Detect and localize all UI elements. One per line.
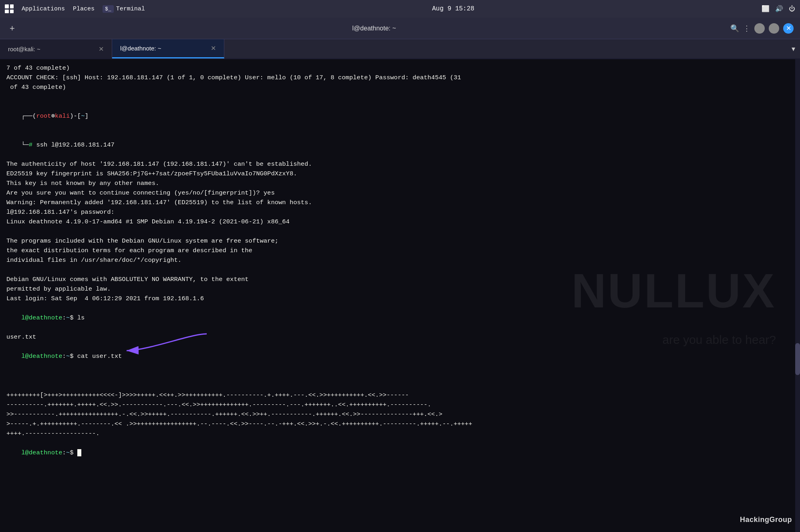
- scrollbar[interactable]: [795, 59, 800, 532]
- tab-root-kali[interactable]: root@kali: ~ ✕: [0, 39, 112, 58]
- terminal-line-2: ACCOUNT CHECK: [ssh] Host: 192.168.181.1…: [6, 73, 794, 82]
- terminal-line-3: of 43 complete): [6, 82, 794, 92]
- terminal-prompt-line: ┌──(root⊗kali)-[~]: [6, 102, 794, 130]
- terminal-blank3: [6, 265, 794, 275]
- terminal-line-lastlogin: Last login: Sat Sep 4 06:12:29 2021 from…: [6, 294, 794, 303]
- terminal-menu[interactable]: $_ Terminal: [103, 5, 145, 13]
- terminal-cursor: [77, 449, 81, 456]
- terminal-bf-line2: ----------.+++++++.+++++.<<.>>.---------…: [6, 400, 794, 410]
- terminal-line-auth4: Are you sure you want to continue connec…: [6, 188, 794, 198]
- terminal-user-txt: user.txt: [6, 332, 794, 342]
- terminal-line-programs1: The programs included with the Debian GN…: [6, 236, 794, 246]
- terminal-line-programs3: individual files in /usr/share/doc/*/cop…: [6, 255, 794, 265]
- places-menu[interactable]: Places: [73, 6, 95, 12]
- terminal-ls-cmd: l@deathnote:~$ ls: [6, 303, 794, 332]
- tab-dropdown-button[interactable]: ▾: [787, 39, 800, 58]
- system-bar-left: Applications Places $_ Terminal: [5, 4, 145, 13]
- terminal-cat-cmd: l@deathnote:~$ cat user.txt: [6, 342, 794, 390]
- add-tab-button[interactable]: +: [6, 22, 18, 35]
- power-icon[interactable]: ⏻: [789, 5, 795, 13]
- tab-deathnote[interactable]: l@deathnote: ~ ✕: [112, 39, 224, 58]
- terminal-line-auth6: l@192.168.181.147's password:: [6, 207, 794, 217]
- terminal-blank2: [6, 227, 794, 236]
- menu-button[interactable]: ⋮: [743, 24, 750, 33]
- terminal-line-auth1: The authenticity of host '192.168.181.14…: [6, 159, 794, 169]
- titlebar-left: +: [6, 22, 18, 35]
- terminal-line-warranty2: permitted by applicable law.: [6, 284, 794, 294]
- terminal-line-warranty1: Debian GNU/Linux comes with ABSOLUTELY N…: [6, 275, 794, 284]
- tab-bar: root@kali: ~ ✕ l@deathnote: ~ ✕ ▾: [0, 39, 800, 59]
- terminal-bf-line3: >>-----------.++++++++++++++++.-.<<.>>++…: [6, 410, 794, 419]
- close-button[interactable]: ✕: [783, 23, 794, 34]
- titlebar-title: l@deathnote: ~: [18, 25, 730, 32]
- terminal-line-blank1: [6, 92, 794, 102]
- terminal-icon: $_: [103, 5, 114, 13]
- system-bar-right: ⬜ 🔊 ⏻: [762, 5, 795, 13]
- terminal-bf-line1: +++++++++[>+++>++++++++++<<<<-]>>>>+++++…: [6, 390, 794, 400]
- terminal-line-linux: Linux deathnote 4.19.0-17-amd64 #1 SMP D…: [6, 217, 794, 227]
- system-bar: Applications Places $_ Terminal Aug 9 15…: [0, 0, 800, 18]
- terminal-titlebar: + l@deathnote: ~ 🔍 ⋮ ✕: [0, 18, 800, 39]
- minimize-button[interactable]: [754, 23, 765, 34]
- titlebar-actions: 🔍 ⋮ ✕: [730, 23, 794, 34]
- volume-icon[interactable]: 🔊: [775, 5, 783, 13]
- tab-close-button[interactable]: ✕: [99, 45, 104, 53]
- terminal-line-auth2: ED25519 key fingerprint is SHA256:Pj7G++…: [6, 169, 794, 179]
- hacking-group-label: HackingGroup: [740, 514, 792, 526]
- tab-label: l@deathnote: ~: [120, 45, 161, 52]
- terminal-line-auth5: Warning: Permanently added '192.168.181.…: [6, 198, 794, 207]
- system-bar-datetime: Aug 9 15:28: [145, 5, 762, 12]
- app-grid-icon[interactable]: [5, 4, 14, 13]
- search-button[interactable]: 🔍: [730, 24, 739, 33]
- scrollbar-thumb[interactable]: [795, 343, 800, 375]
- terminal-line-auth3: This key is not known by any other names…: [6, 179, 794, 188]
- maximize-button[interactable]: [769, 23, 779, 34]
- monitor-icon: ⬜: [762, 5, 770, 13]
- terminal-line-programs2: the exact distribution terms for each pr…: [6, 246, 794, 255]
- terminal-bf-line4: >-----.+.++++++++++.--------.<< .>>+++++…: [6, 419, 794, 429]
- terminal-line-1: 7 of 43 complete): [6, 63, 794, 73]
- applications-menu[interactable]: Applications: [22, 6, 65, 12]
- terminal-prompt-cmd: └─# ssh l@192.168.181.147: [6, 130, 794, 159]
- terminal-content: NULLUX are you able to hear? 7 of 43 com…: [0, 59, 800, 532]
- terminal-final-prompt: l@deathnote:~$: [6, 438, 794, 467]
- tab-label: root@kali: ~: [8, 46, 40, 52]
- tab-close-button[interactable]: ✕: [211, 44, 216, 52]
- terminal-bf-line5: ++++.-------------------.: [6, 429, 794, 438]
